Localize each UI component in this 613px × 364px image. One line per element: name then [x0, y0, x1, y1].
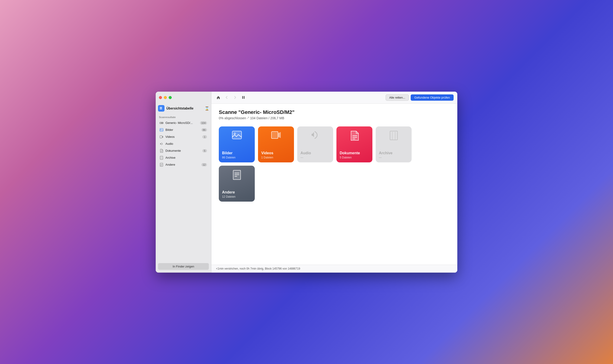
- content-area: Scanne "Generic- MicroSD/M2" 0% abgeschl…: [211, 104, 457, 265]
- card-dokumente[interactable]: Dokumente 5 Dateien: [337, 126, 372, 162]
- minimize-button[interactable]: [164, 96, 167, 99]
- card-archive-label: Archive: [379, 151, 392, 155]
- svg-rect-3: [161, 108, 162, 109]
- sidebar-item-label-videos: Videos: [165, 135, 200, 139]
- page-title: Scanne "Generic- MicroSD/M2": [219, 109, 450, 115]
- sidebar-item-badge-dokumente: 5: [202, 149, 207, 152]
- card-bilder-sublabel: 86 Dateien: [222, 156, 235, 159]
- card-dokumente-sublabel: 5 Dateien: [340, 156, 352, 159]
- forward-button[interactable]: [232, 94, 238, 101]
- card-videos-label: Videos: [261, 151, 273, 155]
- svg-rect-12: [160, 156, 163, 159]
- image-icon: [159, 128, 164, 132]
- card-andere-sublabel: 12 Dateien: [222, 195, 235, 198]
- audio-icon: [159, 142, 164, 146]
- sidebar-item-badge-bilder: 86: [201, 128, 207, 131]
- loading-spinner: ⌛: [205, 106, 209, 110]
- card-audio[interactable]: Audio —: [297, 126, 333, 162]
- maximize-button[interactable]: [169, 96, 172, 99]
- card-bilder-icon: [232, 130, 242, 142]
- svg-rect-20: [244, 96, 245, 99]
- grid-view-button[interactable]: [158, 105, 165, 112]
- back-icon: [225, 96, 229, 99]
- status-bar: <1min verstrichen, noch 0h 7min übrig, B…: [211, 265, 457, 273]
- svg-rect-5: [160, 122, 161, 123]
- sidebar: Übersichtstabelle ⌛ Scanresultate Generi…: [156, 92, 211, 273]
- sidebar-section-label: Scanresultate: [156, 113, 211, 119]
- sidebar-item-generic-microsd[interactable]: Generic- MicroSD/... 104: [157, 120, 210, 126]
- page-subtitle: 0% abgeschlossen -" 104 Dateien / 206,7 …: [219, 116, 450, 120]
- svg-rect-7: [160, 129, 163, 131]
- gefundene-button[interactable]: Gefundene Objekte prüfen: [411, 94, 454, 101]
- sidebar-title: Übersichtstabelle: [166, 106, 203, 110]
- home-icon: [216, 95, 221, 100]
- svg-rect-15: [160, 163, 163, 166]
- sidebar-item-audio[interactable]: Audio: [157, 141, 210, 147]
- status-text: <1min verstrichen, noch 0h 7min übrig, B…: [216, 267, 300, 270]
- card-archive[interactable]: Archive —: [376, 126, 412, 162]
- sidebar-item-label-andere: Andere: [165, 163, 199, 166]
- svg-rect-0: [160, 107, 161, 108]
- svg-rect-21: [232, 131, 242, 139]
- drive-icon: [159, 121, 164, 125]
- card-bilder-label: Bilder: [222, 151, 233, 155]
- svg-rect-2: [160, 108, 161, 109]
- sidebar-item-dokumente[interactable]: Dokumente 5: [157, 148, 210, 154]
- svg-rect-9: [160, 136, 162, 138]
- card-bilder[interactable]: Bilder 86 Dateien: [219, 126, 255, 162]
- card-videos-sublabel: 1 Dateien: [261, 156, 273, 159]
- sidebar-item-videos[interactable]: Videos 1: [157, 134, 210, 140]
- sidebar-item-label-bilder: Bilder: [165, 128, 199, 131]
- card-audio-label: Audio: [300, 151, 311, 155]
- card-videos[interactable]: Videos 1 Dateien: [258, 126, 294, 162]
- back-button[interactable]: [223, 94, 230, 101]
- card-videos-icon: [271, 130, 281, 142]
- titlebar: [156, 92, 211, 104]
- sidebar-footer: In Finder zeigen: [156, 260, 211, 273]
- card-archive-sublabel: —: [379, 156, 382, 159]
- svg-rect-27: [390, 131, 397, 140]
- sidebar-item-label-generic: Generic- MicroSD/...: [165, 121, 198, 125]
- home-button[interactable]: [215, 94, 222, 101]
- svg-point-6: [162, 122, 163, 123]
- sidebar-item-archive[interactable]: Archive: [157, 155, 210, 161]
- finder-button[interactable]: In Finder zeigen: [158, 263, 209, 270]
- sidebar-item-andere[interactable]: Andere 12: [157, 161, 210, 168]
- card-dokumente-icon: [350, 130, 359, 143]
- alle-retten-button[interactable]: Alle retten...: [386, 94, 409, 101]
- card-archive-icon: [390, 130, 398, 143]
- close-button[interactable]: [159, 96, 162, 99]
- video-icon: [159, 135, 164, 139]
- archive-icon: [159, 156, 164, 160]
- pause-button[interactable]: [240, 94, 247, 101]
- sidebar-header: Übersichtstabelle ⌛: [156, 104, 211, 113]
- forward-icon: [233, 96, 237, 99]
- app-window: Übersichtstabelle ⌛ Scanresultate Generi…: [156, 92, 457, 273]
- card-andere-label: Andere: [222, 190, 235, 195]
- card-dokumente-label: Dokumente: [340, 151, 360, 155]
- sidebar-item-bilder[interactable]: Bilder 86: [157, 127, 210, 133]
- pause-icon: [242, 96, 245, 99]
- card-audio-sublabel: —: [300, 156, 303, 159]
- svg-rect-19: [242, 96, 243, 99]
- sidebar-item-badge-andere: 12: [201, 163, 207, 166]
- sidebar-item-badge-generic: 104: [200, 121, 207, 125]
- other-icon: [159, 163, 164, 167]
- document-icon: [159, 149, 164, 153]
- svg-point-22: [234, 132, 236, 135]
- card-andere[interactable]: Andere 12 Dateien: [219, 166, 255, 202]
- grid-icon: [160, 107, 163, 110]
- card-andere-icon: [233, 170, 241, 182]
- toolbar: Alle retten... Gefundene Objekte prüfen: [211, 92, 457, 104]
- svg-rect-1: [161, 107, 162, 108]
- svg-rect-23: [272, 131, 278, 139]
- cards-row: Bilder 86 Dateien Videos 1 Dateien: [219, 126, 450, 202]
- card-audio-icon: [311, 130, 319, 142]
- sidebar-item-label-archive: Archive: [165, 156, 207, 159]
- sidebar-item-label-audio: Audio: [165, 142, 207, 145]
- sidebar-item-badge-videos: 1: [202, 135, 207, 139]
- main-content: Alle retten... Gefundene Objekte prüfen …: [211, 92, 457, 273]
- sidebar-item-label-dokumente: Dokumente: [165, 149, 200, 152]
